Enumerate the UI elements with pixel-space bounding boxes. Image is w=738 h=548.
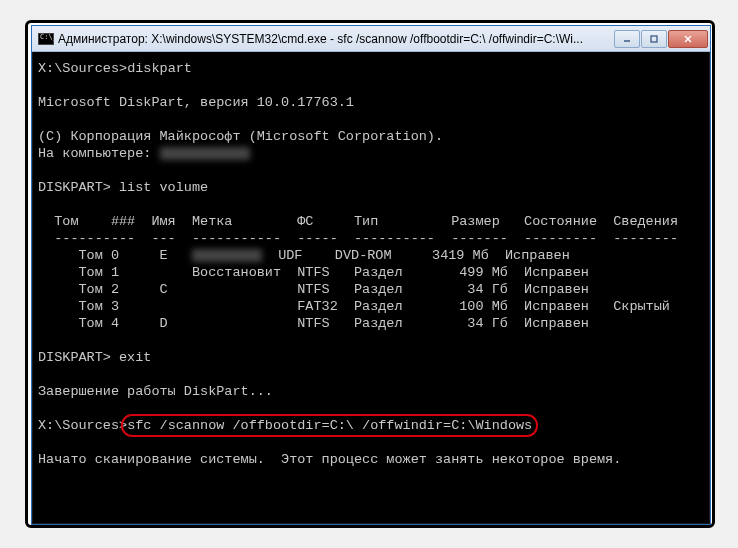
on-computer-label: На компьютере: [38,146,160,161]
blurred-label [192,249,262,262]
maximize-button[interactable] [641,30,667,48]
highlighted-command-wrap: sfc /scannow /offbootdir=C:\ /offwindir=… [127,417,532,434]
diskpart-version: Microsoft DiskPart, версия 10.0.17763.1 [38,95,354,110]
table-row: Том 4 D NTFS Раздел 34 Гб Исправен [38,316,589,331]
scan-message: Начато сканирование системы. Этот процес… [38,452,621,467]
close-button[interactable] [668,30,708,48]
cmd-window: Администратор: X:\windows\SYSTEM32\cmd.e… [31,25,711,525]
blurred-hostname [160,147,250,160]
table-row: Том 0 E [38,248,192,263]
diskpart-prompt: DISKPART> [38,350,119,365]
command: diskpart [127,61,192,76]
svg-rect-1 [651,36,657,42]
window-title: Администратор: X:\windows\SYSTEM32\cmd.e… [58,32,614,46]
cmd-icon [38,33,54,45]
table-row: Том 3 FAT32 Раздел 100 Мб Исправен Скрыт… [38,299,670,314]
table-header: Том ### Имя Метка ФС Тип Размер Состояни… [38,214,678,229]
table-row: Том 1 Восстановит NTFS Раздел 499 Мб Исп… [38,265,589,280]
window-buttons [614,30,708,48]
minimize-button[interactable] [614,30,640,48]
exit-message: Завершение работы DiskPart... [38,384,273,399]
table-row: UDF DVD-ROM 3419 Мб Исправен [262,248,570,263]
table-separator: ---------- --- ----------- ----- -------… [38,231,678,246]
sfc-command: sfc /scannow /offbootdir=C:\ /offwindir=… [127,418,532,433]
prompt: X:\Sources> [38,418,127,433]
prompt: X:\Sources> [38,61,127,76]
titlebar[interactable]: Администратор: X:\windows\SYSTEM32\cmd.e… [32,26,710,52]
diskpart-prompt: DISKPART> [38,180,119,195]
terminal-body[interactable]: X:\Sources>diskpart Microsoft DiskPart, … [32,52,710,476]
table-row: Том 2 C NTFS Раздел 34 Гб Исправен [38,282,589,297]
screenshot-frame: Администратор: X:\windows\SYSTEM32\cmd.e… [25,20,715,528]
copyright: (C) Корпорация Майкрософт (Microsoft Cor… [38,129,443,144]
diskpart-command: exit [119,350,151,365]
diskpart-command: list volume [119,180,208,195]
